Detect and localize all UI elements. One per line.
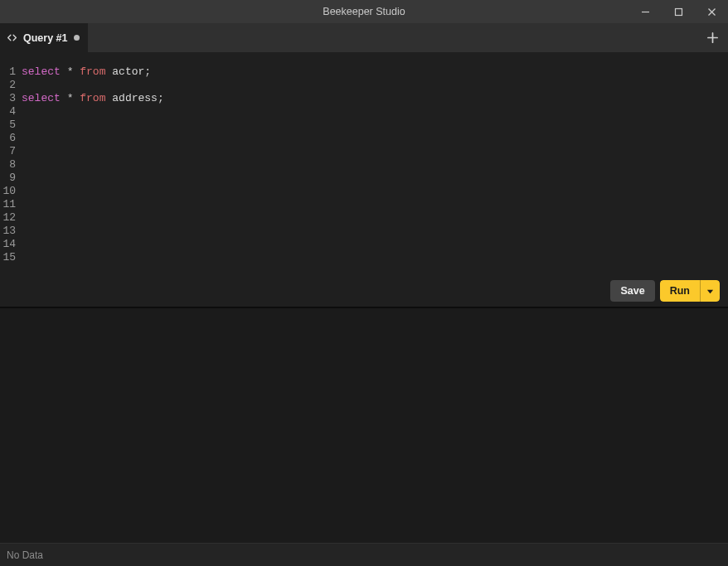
code-line[interactable]: [22, 251, 728, 264]
close-icon: [707, 7, 716, 17]
editor-area[interactable]: 123456789101112131415 select * from acto…: [0, 52, 728, 307]
status-message: No Data: [7, 549, 43, 561]
code-line[interactable]: [22, 225, 728, 238]
window-controls: [629, 0, 728, 23]
line-gutter: 123456789101112131415: [0, 65, 22, 307]
code-line[interactable]: [22, 158, 728, 172]
app-title: Beekeeper Studio: [323, 6, 405, 17]
line-number: 5: [0, 119, 16, 132]
code-line[interactable]: [22, 132, 728, 145]
run-button[interactable]: Run: [660, 280, 700, 302]
tab-label: Query #1: [23, 32, 68, 44]
code-line[interactable]: [22, 238, 728, 251]
tab-query-1[interactable]: Query #1: [0, 23, 88, 52]
code-content[interactable]: select * from actor;select * from addres…: [22, 65, 728, 307]
run-button-group: Run: [660, 280, 720, 302]
save-button[interactable]: Save: [610, 280, 654, 302]
code-line[interactable]: [22, 79, 728, 92]
code-line[interactable]: [22, 172, 728, 185]
line-number: 15: [0, 251, 16, 264]
line-number: 13: [0, 225, 16, 238]
editor-actions: Save Run: [610, 280, 720, 302]
dirty-indicator-icon: [74, 35, 80, 41]
statusbar: No Data: [0, 543, 728, 566]
titlebar: Beekeeper Studio: [0, 0, 728, 23]
line-number: 4: [0, 105, 16, 119]
line-number: 1: [0, 65, 16, 79]
line-number: 11: [0, 198, 16, 211]
code-line[interactable]: [22, 211, 728, 225]
code-line[interactable]: [22, 185, 728, 198]
line-number: 14: [0, 238, 16, 251]
code-line[interactable]: select * from address;: [22, 92, 728, 105]
code-icon: [7, 32, 17, 43]
add-tab-button[interactable]: [696, 23, 728, 52]
code-line[interactable]: [22, 198, 728, 211]
caret-down-icon: [706, 288, 714, 295]
close-button[interactable]: [695, 0, 728, 23]
line-number: 8: [0, 158, 16, 172]
svg-marker-6: [707, 289, 713, 293]
code-line[interactable]: [22, 119, 728, 132]
maximize-button[interactable]: [662, 0, 695, 23]
results-pane: [0, 308, 728, 543]
code-line[interactable]: select * from actor;: [22, 65, 728, 79]
sql-editor: 123456789101112131415 select * from acto…: [0, 52, 728, 307]
tabbar: Query #1: [0, 23, 728, 52]
plus-icon: [706, 31, 719, 44]
line-number: 10: [0, 185, 16, 198]
line-number: 9: [0, 172, 16, 185]
code-line[interactable]: [22, 145, 728, 158]
line-number: 7: [0, 145, 16, 158]
minimize-button[interactable]: [629, 0, 662, 23]
code-line[interactable]: [22, 105, 728, 119]
svg-rect-1: [675, 8, 682, 15]
line-number: 12: [0, 211, 16, 225]
line-number: 3: [0, 92, 16, 105]
minimize-icon: [641, 7, 650, 17]
run-dropdown-button[interactable]: [700, 280, 720, 302]
line-number: 2: [0, 79, 16, 92]
line-number: 6: [0, 132, 16, 145]
maximize-icon: [674, 7, 683, 17]
